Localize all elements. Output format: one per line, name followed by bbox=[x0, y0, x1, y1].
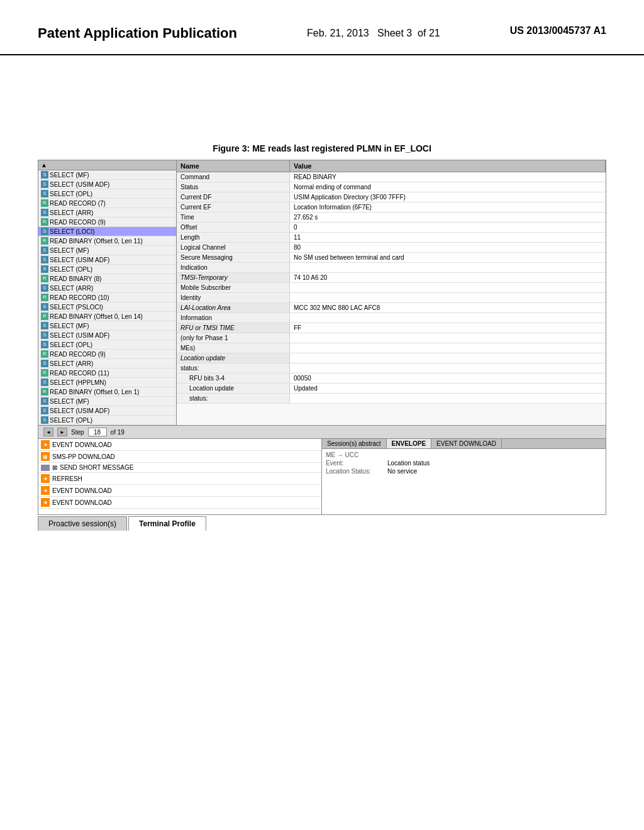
name-cell: status: bbox=[177, 363, 290, 373]
list-item[interactable]: RREAD BINARY (8) bbox=[38, 274, 176, 284]
list-item[interactable]: SSELECT (USIM ADF) bbox=[38, 180, 176, 189]
name-cell: Location update bbox=[177, 353, 290, 363]
value-cell bbox=[290, 263, 606, 272]
step-input[interactable] bbox=[88, 428, 107, 436]
command-label: SELECT (USIM ADF) bbox=[50, 181, 109, 188]
command-list-header: ▲ bbox=[38, 160, 176, 170]
list-item[interactable]: RREAD RECORD (7) bbox=[38, 199, 176, 208]
list-item[interactable]: SSELECT (OPL) bbox=[38, 416, 176, 425]
command-label: READ RECORD (11) bbox=[50, 370, 109, 377]
command-label: SELECT (ARR) bbox=[50, 209, 93, 216]
list-item[interactable]: SSELECT (MF) bbox=[38, 170, 176, 180]
read-icon: R bbox=[41, 237, 48, 245]
list-item[interactable]: RREAD BINARY (Offset 0, Len 1) bbox=[38, 387, 176, 397]
list-item[interactable]: RREAD RECORD (10) bbox=[38, 293, 176, 302]
figure-caption: Figure 3: ME reads last registered PLMN … bbox=[0, 143, 644, 153]
read-icon: R bbox=[41, 218, 48, 226]
detail-rows: CommandREAD BINARYStatusNormal ending of… bbox=[177, 172, 606, 404]
list-item[interactable]: RREAD RECORD (11) bbox=[38, 368, 176, 378]
list-item[interactable]: RREAD BINARY (Offset 0, Len 11) bbox=[38, 236, 176, 246]
session-tab-2[interactable]: EVENT DOWNLOAD bbox=[431, 439, 502, 448]
list-item[interactable]: SSELECT (ARR) bbox=[38, 284, 176, 293]
value-column-header: Value bbox=[290, 160, 606, 172]
list-item[interactable]: SSELECT (USIM ADF) bbox=[38, 255, 176, 265]
command-label: READ BINARY (8) bbox=[50, 275, 101, 282]
value-cell bbox=[290, 353, 606, 363]
table-row: Offset0 bbox=[177, 223, 606, 233]
name-cell: (only for Phase 1 bbox=[177, 333, 290, 343]
list-item[interactable]: SSELECT (PSLOCI) bbox=[38, 302, 176, 312]
read-icon: R bbox=[41, 313, 48, 320]
table-row: Current DFUSIM Application Directory (3F… bbox=[177, 192, 606, 202]
select-icon: S bbox=[41, 303, 48, 311]
list-item[interactable]: SSELECT (HPPLMN) bbox=[38, 378, 176, 387]
value-cell: 80 bbox=[290, 243, 606, 252]
table-row: status: bbox=[177, 363, 606, 374]
step-bar: ◄ ► Step of 19 bbox=[38, 426, 606, 439]
command-list-panel: ▲ SSELECT (MF)SSELECT (USIM ADF)SSELECT … bbox=[38, 160, 177, 425]
event-icon: ▦ bbox=[41, 452, 50, 461]
list-item[interactable]: RREAD BINARY (Offset 0, Len 14) bbox=[38, 312, 176, 321]
prev-step-button[interactable]: ◄ bbox=[43, 428, 53, 436]
name-cell: Identity bbox=[177, 293, 290, 302]
session-tab-1[interactable]: ENVELOPE bbox=[387, 439, 431, 448]
step-label: Step bbox=[71, 429, 84, 436]
publication-date-sheet: Feb. 21, 2013 Sheet 3 of 21 bbox=[307, 25, 440, 39]
name-cell: Mobile Subscriber bbox=[177, 283, 290, 292]
bottom-area: ◄ ► Step of 19 ★EVENT DOWNLOAD▦SMS-PP DO… bbox=[38, 426, 606, 515]
select-icon: S bbox=[41, 256, 48, 263]
read-icon: R bbox=[41, 369, 48, 377]
list-item[interactable]: SSELECT (ARR) bbox=[38, 359, 176, 368]
command-label: READ RECORD (7) bbox=[50, 200, 106, 207]
command-label: SELECT (LOCI) bbox=[50, 228, 95, 235]
value-cell: 27.652 s bbox=[290, 213, 606, 222]
select-icon: S bbox=[41, 228, 48, 235]
name-cell: Current EF bbox=[177, 202, 290, 212]
value-cell bbox=[290, 333, 606, 343]
list-item[interactable]: SSELECT (LOCI) bbox=[38, 227, 176, 236]
list-item[interactable]: RREAD RECORD (9) bbox=[38, 218, 176, 227]
select-icon: S bbox=[41, 397, 48, 405]
detail-header: Name Value bbox=[177, 160, 606, 172]
session-label: Event: bbox=[326, 460, 382, 467]
session-content: ME → UCCEvent:Location statusLocation St… bbox=[322, 449, 606, 477]
list-item[interactable]: SSELECT (MF) bbox=[38, 246, 176, 255]
list-item[interactable]: SSELECT (USIM ADF) bbox=[38, 406, 176, 416]
command-label: READ BINARY (Offset 0, Len 1) bbox=[50, 389, 139, 396]
session-label: Location Status: bbox=[326, 468, 382, 475]
value-cell: 74 10 A6 20 bbox=[290, 273, 606, 282]
list-item[interactable]: SSELECT (OPL) bbox=[38, 265, 176, 274]
value-cell bbox=[290, 313, 606, 323]
table-row: RFU bits 3-400050 bbox=[177, 374, 606, 384]
table-row: Length11 bbox=[177, 233, 606, 243]
name-cell: Time bbox=[177, 213, 290, 222]
list-item[interactable]: RREAD RECORD (9) bbox=[38, 350, 176, 359]
session-tab-0[interactable]: Session(s) abstract bbox=[322, 439, 387, 448]
tab-item-1[interactable]: Terminal Profile bbox=[128, 516, 206, 531]
event-label: SMS-PP DOWNLOAD bbox=[52, 453, 115, 460]
sheet-number: Sheet 3 bbox=[377, 28, 412, 38]
arrow-icon: ⊠ bbox=[52, 464, 57, 471]
list-item[interactable]: SSELECT (OPL) bbox=[38, 340, 176, 350]
command-list: SSELECT (MF)SSELECT (USIM ADF)SSELECT (O… bbox=[38, 170, 176, 425]
name-cell: status: bbox=[177, 394, 290, 403]
session-value: Location status bbox=[387, 460, 430, 467]
list-item[interactable]: SSELECT (ARR) bbox=[38, 208, 176, 218]
tab-item-0[interactable]: Proactive session(s) bbox=[38, 516, 127, 531]
list-item[interactable]: SSELECT (USIM ADF) bbox=[38, 331, 176, 340]
list-item[interactable]: SSELECT (MF) bbox=[38, 321, 176, 331]
name-cell: Current DF bbox=[177, 192, 290, 202]
list-item[interactable]: SSELECT (OPL) bbox=[38, 189, 176, 199]
page-header: Patent Application Publication Feb. 21, … bbox=[0, 0, 644, 55]
value-cell bbox=[290, 343, 606, 353]
command-label: SELECT (ARR) bbox=[50, 360, 93, 367]
table-row: Location updateUpdated bbox=[177, 384, 606, 394]
next-step-button[interactable]: ► bbox=[57, 428, 67, 436]
event-icon: ★ bbox=[41, 474, 50, 483]
name-column-header: Name bbox=[177, 160, 290, 172]
event-item: ⊠SEND SHORT MESSAGE bbox=[38, 463, 321, 473]
list-item[interactable]: SSELECT (MF) bbox=[38, 397, 176, 406]
session-tabs: Session(s) abstractENVELOPEEVENT DOWNLOA… bbox=[322, 439, 606, 449]
event-icon: ★ bbox=[41, 440, 50, 449]
table-row: Current EFLocation Information (6F7E) bbox=[177, 202, 606, 213]
